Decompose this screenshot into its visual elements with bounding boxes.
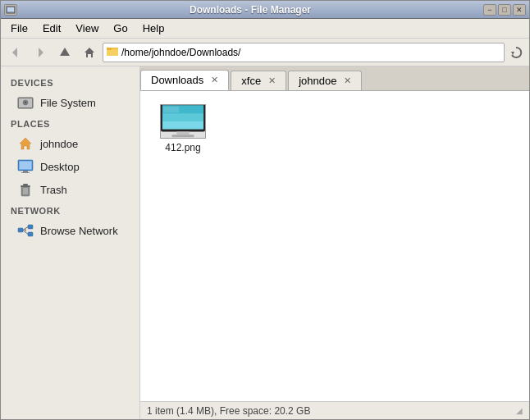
statusbar-info: 1 item (1.4 MB), Free space: 20.2 GB [147, 405, 310, 417]
tab-xfce-label: xfce [241, 75, 261, 87]
menu-view[interactable]: View [69, 21, 105, 36]
svg-rect-19 [20, 162, 31, 169]
statusbar: 1 item (1.4 MB), Free space: 20.2 GB ◢ [140, 401, 529, 419]
close-button[interactable]: ✕ [513, 4, 526, 16]
network-header: NETWORK [1, 201, 139, 219]
file-area: 412.png [140, 91, 529, 401]
places-header: PLACES [1, 114, 139, 132]
svg-marker-2 [12, 48, 17, 57]
filesystem-icon [17, 94, 34, 111]
sidebar-item-browse-network[interactable]: Browse Network [1, 219, 139, 242]
menu-edit[interactable]: Edit [36, 21, 67, 36]
svg-rect-27 [28, 225, 33, 229]
resize-handle[interactable]: ◢ [516, 406, 523, 415]
titlebar: Downloads - File Manager − □ ✕ [1, 1, 529, 19]
svg-rect-28 [28, 232, 33, 236]
tab-johndoe-close[interactable]: ✕ [341, 75, 353, 87]
tab-xfce-close[interactable]: ✕ [266, 75, 277, 87]
svg-rect-1 [7, 7, 14, 11]
svg-rect-21 [21, 185, 30, 187]
back-button[interactable] [4, 41, 27, 64]
network-icon [17, 222, 34, 239]
svg-rect-26 [18, 228, 23, 232]
menu-file[interactable]: File [4, 21, 34, 36]
file-label-412png: 412.png [165, 142, 200, 153]
menu-help[interactable]: Help [136, 21, 171, 36]
svg-marker-3 [39, 48, 43, 57]
window-icon [4, 4, 17, 16]
devices-header: DEVICES [1, 73, 139, 91]
tab-johndoe-label: johndoe [299, 75, 336, 87]
window-title: Downloads - File Manager [17, 4, 483, 16]
sidebar-item-trash[interactable]: Trash [1, 178, 139, 201]
tab-downloads[interactable]: Downloads ✕ [140, 70, 229, 90]
main-area: DEVICES File System PLACES [1, 66, 529, 419]
menu-go[interactable]: Go [107, 21, 134, 36]
sidebar-item-johndoe[interactable]: johndoe [1, 132, 139, 155]
svg-rect-37 [172, 135, 194, 137]
filesystem-label: File System [40, 97, 96, 109]
tab-downloads-close[interactable]: ✕ [208, 75, 220, 86]
reload-button[interactable] [506, 43, 526, 62]
maximize-button[interactable]: □ [498, 4, 511, 16]
window: Downloads - File Manager − □ ✕ FileEditV… [0, 0, 530, 420]
up-button[interactable] [53, 41, 76, 64]
menubar: FileEditViewGoHelp [1, 19, 529, 39]
address-bar [103, 43, 505, 62]
tabs-bar: Downloads ✕ xfce ✕ johndoe ✕ [140, 66, 529, 91]
johndoe-label: johndoe [40, 138, 78, 150]
titlebar-left-controls [4, 4, 17, 16]
tab-xfce[interactable]: xfce ✕ [231, 71, 286, 90]
svg-marker-4 [60, 48, 70, 56]
svg-marker-5 [85, 48, 94, 57]
minimize-button[interactable]: − [483, 4, 496, 16]
sidebar-item-desktop[interactable]: Desktop [1, 155, 139, 178]
trash-icon [17, 181, 34, 198]
svg-marker-14 [20, 138, 31, 149]
forward-button[interactable] [29, 41, 52, 64]
svg-rect-36 [176, 132, 189, 135]
svg-point-13 [25, 102, 26, 103]
address-input[interactable] [121, 47, 500, 58]
svg-rect-17 [23, 171, 28, 172]
tab-johndoe[interactable]: johndoe ✕ [288, 71, 362, 90]
content-area: Downloads ✕ xfce ✕ johndoe ✕ [140, 66, 529, 419]
file-thumbnail-412png [160, 104, 206, 139]
svg-point-31 [25, 230, 26, 231]
svg-rect-38 [163, 107, 179, 113]
toolbar [1, 39, 529, 66]
svg-rect-18 [21, 172, 30, 173]
desktop-label: Desktop [40, 161, 80, 173]
titlebar-controls: − □ ✕ [483, 4, 526, 16]
sidebar: DEVICES File System PLACES [1, 66, 140, 419]
home-icon [17, 135, 34, 152]
svg-rect-8 [107, 48, 112, 50]
svg-rect-7 [107, 49, 118, 56]
svg-marker-9 [511, 52, 514, 55]
folder-icon [107, 45, 118, 59]
svg-rect-22 [23, 184, 28, 185]
trash-label: Trash [40, 184, 67, 196]
desktop-icon [17, 158, 34, 175]
home-button[interactable] [78, 41, 101, 64]
file-item-412png[interactable]: 412.png [150, 101, 216, 157]
browse-network-label: Browse Network [40, 225, 118, 237]
tab-downloads-label: Downloads [151, 74, 203, 86]
sidebar-item-filesystem[interactable]: File System [1, 91, 139, 114]
